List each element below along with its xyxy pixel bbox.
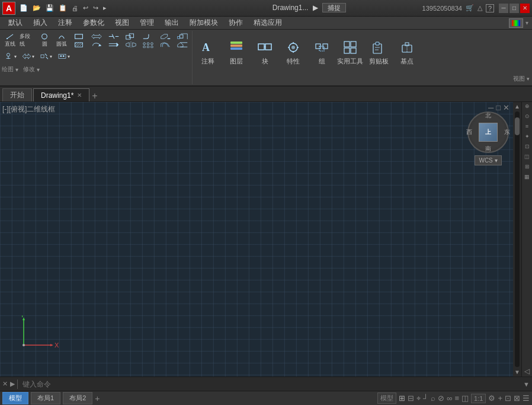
- scrollbar-down[interactable]: ▼: [513, 368, 521, 377]
- save-as-icon[interactable]: 📋: [57, 4, 69, 12]
- menu-view[interactable]: 视图: [110, 17, 134, 29]
- model-tab[interactable]: 模型: [2, 392, 28, 404]
- copy-tool[interactable]: [123, 33, 139, 40]
- layout1-tab[interactable]: 布局1: [31, 392, 60, 404]
- align-tools[interactable]: ▾: [20, 50, 36, 63]
- close-drawing-icon[interactable]: ✕: [503, 103, 509, 112]
- add-tab-button[interactable]: +: [92, 91, 97, 101]
- arc-tool[interactable]: 圆弧: [53, 32, 70, 49]
- hatch-tool[interactable]: [70, 41, 87, 49]
- group-tool[interactable]: 组: [307, 32, 336, 72]
- color-picker-icon[interactable]: [509, 18, 523, 28]
- menu-default[interactable]: 默认: [4, 17, 27, 29]
- status-grid-icon2[interactable]: ⊟: [408, 394, 414, 403]
- extend-tool[interactable]: [106, 41, 121, 49]
- view-dropdown[interactable]: 视图 ▾: [513, 74, 530, 83]
- layout2-tab[interactable]: 布局2: [63, 392, 92, 404]
- status-workspace-icon[interactable]: ⊡: [505, 394, 511, 403]
- rotate-tool[interactable]: [89, 41, 104, 49]
- open-file-icon[interactable]: 📂: [31, 4, 43, 12]
- wcs-button[interactable]: WCS ▾: [475, 155, 501, 165]
- print-icon[interactable]: 🖨: [70, 4, 80, 12]
- command-input-field[interactable]: [20, 380, 521, 388]
- undo-icon[interactable]: ↩: [81, 4, 90, 12]
- move-tool[interactable]: [89, 33, 104, 40]
- panel-bottom-icon[interactable]: ◁: [524, 367, 530, 375]
- close-button[interactable]: ✕: [520, 4, 530, 13]
- add-layout-button[interactable]: +: [95, 394, 100, 403]
- status-osnap-icon[interactable]: ⊘: [438, 394, 444, 403]
- erase-tool[interactable]: [158, 33, 173, 40]
- minimize-drawing-icon[interactable]: ─: [488, 103, 493, 112]
- drawing-tab-close[interactable]: ✕: [77, 92, 82, 98]
- status-plus-icon[interactable]: +: [498, 394, 502, 403]
- menu-parametric[interactable]: 参数化: [78, 17, 109, 29]
- triangle-icon[interactable]: △: [477, 4, 482, 12]
- stretch-tool[interactable]: [175, 41, 190, 49]
- cmd-arrow-btn[interactable]: ▶: [10, 380, 15, 388]
- capture-button[interactable]: 捕捉: [322, 3, 346, 12]
- status-lineweight-icon[interactable]: ≡: [455, 394, 460, 403]
- draw-section-label[interactable]: 绘图▾: [2, 64, 18, 74]
- grip-tools[interactable]: ▾: [55, 50, 72, 63]
- panel-btn-3[interactable]: ≡: [523, 123, 531, 132]
- status-otrack-icon[interactable]: ∞: [447, 394, 452, 403]
- menu-manage[interactable]: 管理: [135, 17, 159, 29]
- layer-tool[interactable]: 图层: [222, 32, 251, 72]
- panel-btn-8[interactable]: ▦: [523, 174, 531, 182]
- break-tools[interactable]: ▾: [37, 50, 54, 63]
- cmd-close-btn[interactable]: ✕: [2, 380, 8, 388]
- offset-tool[interactable]: [158, 41, 173, 49]
- save-icon[interactable]: 💾: [44, 4, 56, 12]
- status-ortho-icon[interactable]: ┘: [423, 394, 428, 403]
- status-model-icon[interactable]: 模型: [377, 393, 396, 404]
- panel-btn-7[interactable]: ⊞: [523, 164, 531, 172]
- drawing-tab[interactable]: Drawing1* ✕: [33, 88, 89, 101]
- menu-output[interactable]: 输出: [160, 17, 184, 29]
- status-settings-icon[interactable]: ⚙: [488, 394, 495, 403]
- status-transparency-icon[interactable]: ◫: [462, 394, 469, 403]
- redo-icon[interactable]: ↪: [91, 4, 100, 12]
- block-tool[interactable]: 块: [251, 32, 279, 72]
- menu-addons[interactable]: 附加模块: [185, 17, 223, 29]
- ribbon-dropdown-icon[interactable]: ▾: [525, 20, 528, 26]
- properties-tool[interactable]: 特性: [279, 32, 307, 72]
- panel-btn-6[interactable]: ◫: [523, 154, 531, 162]
- array-tool[interactable]: [140, 41, 156, 49]
- polyline-tool[interactable]: 多段线: [19, 32, 36, 49]
- trim-tool[interactable]: [106, 33, 121, 40]
- fillet-tool[interactable]: [140, 33, 156, 40]
- menu-featured[interactable]: 精选应用: [249, 17, 287, 29]
- modify-section-label[interactable]: 修改▾: [23, 64, 40, 74]
- scrollbar-thumb[interactable]: [515, 117, 520, 135]
- circle-tool[interactable]: 圆: [36, 32, 53, 49]
- menu-collaborate[interactable]: 协作: [224, 17, 248, 29]
- draw-more-tools[interactable]: ▾: [2, 50, 18, 63]
- menu-insert[interactable]: 插入: [28, 17, 52, 29]
- scale-tool[interactable]: [175, 33, 190, 40]
- rectangle-tool[interactable]: [70, 33, 87, 40]
- status-annotate-icon[interactable]: ⊠: [514, 394, 520, 403]
- status-scale-icon[interactable]: 1:1: [471, 394, 486, 403]
- clipboard-tool[interactable]: 剪贴板: [364, 32, 393, 72]
- cart-icon[interactable]: 🛒: [466, 4, 474, 12]
- view-cube-box[interactable]: 上: [479, 123, 498, 142]
- status-snap-icon[interactable]: ⌖: [416, 394, 421, 403]
- line-tool[interactable]: 直线: [2, 32, 18, 49]
- help-icon[interactable]: ?: [486, 4, 494, 12]
- panel-btn-4[interactable]: ✦: [523, 133, 531, 142]
- status-polar-icon[interactable]: ⌕: [431, 394, 435, 403]
- status-menu-icon[interactable]: ☰: [523, 394, 530, 403]
- scrollbar-up[interactable]: ▲: [513, 102, 521, 111]
- start-tab[interactable]: 开始: [2, 88, 32, 101]
- restore-drawing-icon[interactable]: □: [496, 103, 501, 112]
- panel-btn-2[interactable]: ⊙: [523, 113, 531, 122]
- annotate-tool[interactable]: A 注释: [194, 32, 222, 72]
- compass-ring[interactable]: 北 南 东 西 上: [467, 111, 509, 153]
- mirror-tool[interactable]: [123, 41, 139, 49]
- maximize-button[interactable]: □: [509, 4, 519, 13]
- cmd-input-arrow[interactable]: ▼: [523, 381, 530, 388]
- panel-btn-1[interactable]: ⊕: [523, 103, 531, 111]
- panel-btn-5[interactable]: ⊡: [523, 143, 531, 152]
- minimize-button[interactable]: ─: [499, 4, 508, 13]
